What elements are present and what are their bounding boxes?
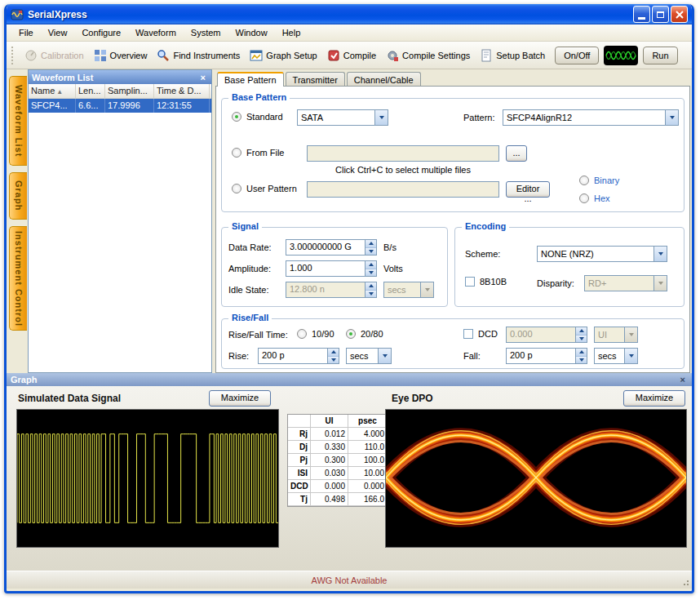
spin-up-icon[interactable] bbox=[576, 349, 587, 356]
menu-waveform[interactable]: Waveform bbox=[128, 25, 184, 40]
minimize-button[interactable] bbox=[633, 6, 650, 23]
tab-transmitter[interactable]: Transmitter bbox=[286, 72, 345, 87]
dcd-unit-arrow bbox=[624, 327, 637, 342]
standard-select[interactable]: SATA bbox=[297, 109, 388, 126]
jitter-value: 0.000 bbox=[348, 480, 388, 493]
scheme-select[interactable]: NONE (NRZ) bbox=[537, 246, 667, 262]
fall-unit-arrow[interactable] bbox=[624, 349, 637, 363]
column-header-name[interactable]: Name▲ bbox=[29, 84, 76, 98]
menu-system[interactable]: System bbox=[184, 25, 228, 40]
tab-channel-cable[interactable]: Channel/Cable bbox=[347, 72, 421, 87]
fall-spinner bbox=[575, 349, 587, 363]
spin-up-icon[interactable] bbox=[366, 240, 376, 247]
waveform-list-close-icon[interactable]: × bbox=[198, 73, 208, 82]
run-button[interactable]: Run bbox=[643, 47, 677, 64]
onoff-button[interactable]: On/Off bbox=[555, 47, 599, 64]
spin-down-icon[interactable] bbox=[576, 356, 587, 364]
column-header-time-date[interactable]: Time & D... bbox=[154, 84, 210, 98]
standard-select-arrow[interactable] bbox=[374, 110, 388, 125]
tab-base-pattern[interactable]: Base Pattern bbox=[217, 72, 284, 87]
jitter-value: 10.00 bbox=[348, 467, 388, 480]
dcd-unit-select: UI bbox=[594, 327, 638, 343]
menu-configure[interactable]: Configure bbox=[74, 25, 128, 40]
pattern-select-arrow[interactable] bbox=[665, 110, 678, 125]
graph-setup-button[interactable]: Graph Setup bbox=[245, 46, 321, 65]
eye-maximize-button[interactable]: Maximize bbox=[623, 390, 685, 407]
8b10b-checkbox[interactable] bbox=[465, 277, 475, 287]
from-file-radio[interactable] bbox=[232, 148, 241, 158]
column-header-length[interactable]: Len... bbox=[76, 84, 105, 98]
dcd-label: DCD bbox=[478, 329, 498, 339]
jitter-header-blank bbox=[288, 415, 311, 428]
menu-window[interactable]: Window bbox=[228, 25, 275, 40]
side-tab-instrument-control[interactable]: Instrument Control bbox=[9, 226, 27, 331]
side-tab-graph[interactable]: Graph bbox=[9, 172, 27, 220]
toolbar: Calibration Overview Find Instruments Gr… bbox=[7, 42, 692, 69]
idle-state-spinner bbox=[365, 282, 376, 297]
find-instruments-label: Find Instruments bbox=[173, 51, 240, 60]
jitter-header-ui: UI bbox=[311, 415, 348, 428]
user-pattern-input[interactable] bbox=[307, 181, 499, 198]
browse-button[interactable]: ... bbox=[506, 145, 527, 162]
editor-button[interactable]: Editor ... bbox=[506, 181, 550, 198]
amplitude-input[interactable]: 1.000 bbox=[286, 260, 377, 277]
jitter-value: 110.0 bbox=[348, 441, 388, 454]
jitter-row-label: Dj bbox=[288, 441, 311, 454]
menu-view[interactable]: View bbox=[41, 25, 75, 40]
hex-radio[interactable] bbox=[579, 193, 589, 203]
idle-state-label: Idle State: bbox=[228, 285, 269, 295]
spin-up-icon bbox=[576, 327, 587, 335]
data-rate-input[interactable]: 3.000000000 G bbox=[286, 239, 377, 256]
find-instruments-button[interactable]: Find Instruments bbox=[152, 46, 245, 65]
radio-1090[interactable] bbox=[297, 329, 307, 339]
amplitude-spinner bbox=[365, 261, 376, 276]
spin-down-icon[interactable] bbox=[366, 269, 376, 277]
menu-help[interactable]: Help bbox=[275, 25, 308, 40]
overview-button[interactable]: Overview bbox=[89, 46, 153, 65]
toolbar-grip[interactable] bbox=[11, 47, 16, 64]
menu-file[interactable]: File bbox=[11, 25, 41, 40]
fall-input[interactable]: 200 p bbox=[506, 348, 587, 364]
rise-unit-select[interactable]: secs bbox=[346, 348, 392, 364]
rise-input[interactable]: 200 p bbox=[258, 348, 339, 364]
calibration-icon bbox=[24, 49, 38, 62]
fall-unit-select[interactable]: secs bbox=[594, 348, 638, 364]
spin-down-icon[interactable] bbox=[366, 247, 376, 256]
minimize-icon bbox=[638, 17, 645, 20]
user-pattern-radio[interactable] bbox=[232, 184, 241, 193]
app-window: SerialXpress File View Configure Wavefor… bbox=[4, 4, 694, 593]
side-tab-waveform-list[interactable]: Waveform List bbox=[9, 76, 27, 166]
setup-batch-button[interactable]: Setup Batch bbox=[475, 46, 550, 65]
dcd-checkbox[interactable] bbox=[463, 329, 473, 339]
cell-sampling: 17.9996 bbox=[105, 99, 154, 113]
spin-up-icon[interactable] bbox=[366, 261, 376, 269]
resize-grip[interactable] bbox=[681, 578, 689, 586]
tab-row: Base Pattern Transmitter Channel/Cable bbox=[215, 69, 692, 86]
dcd-input: 0.000 bbox=[506, 327, 587, 343]
binary-radio[interactable] bbox=[579, 176, 589, 185]
column-header-sampling[interactable]: Samplin... bbox=[105, 84, 154, 98]
waveform-list-row[interactable]: SFCP4... 6.6... 17.9996 12:31:55 bbox=[29, 99, 211, 113]
signal-group-title: Signal bbox=[228, 221, 262, 231]
pattern-select-value: SFCP4AlignR12 bbox=[503, 113, 665, 122]
maximize-icon bbox=[657, 11, 664, 18]
jitter-value: 100.0 bbox=[348, 454, 388, 467]
scheme-select-value: NONE (NRZ) bbox=[538, 249, 653, 259]
jitter-value: 0.300 bbox=[311, 454, 348, 467]
compile-settings-button[interactable]: Compile Settings bbox=[381, 46, 475, 65]
pattern-select[interactable]: SFCP4AlignR12 bbox=[503, 109, 679, 126]
amplitude-unit-label: Volts bbox=[383, 264, 403, 273]
compile-button[interactable]: Compile bbox=[322, 46, 381, 65]
eye-chart-title: Eye DPO bbox=[392, 393, 433, 404]
graph-panel-close-icon[interactable]: × bbox=[678, 375, 688, 384]
from-file-input[interactable] bbox=[307, 145, 499, 162]
sim-maximize-button[interactable]: Maximize bbox=[209, 390, 271, 407]
standard-radio[interactable] bbox=[232, 112, 241, 122]
rise-unit-arrow[interactable] bbox=[378, 349, 391, 363]
scheme-select-arrow[interactable] bbox=[653, 247, 667, 261]
spin-down-icon[interactable] bbox=[328, 356, 339, 364]
radio-2080[interactable] bbox=[346, 329, 356, 339]
spin-up-icon[interactable] bbox=[328, 349, 339, 356]
close-button[interactable] bbox=[671, 6, 688, 23]
maximize-button[interactable] bbox=[652, 6, 669, 23]
